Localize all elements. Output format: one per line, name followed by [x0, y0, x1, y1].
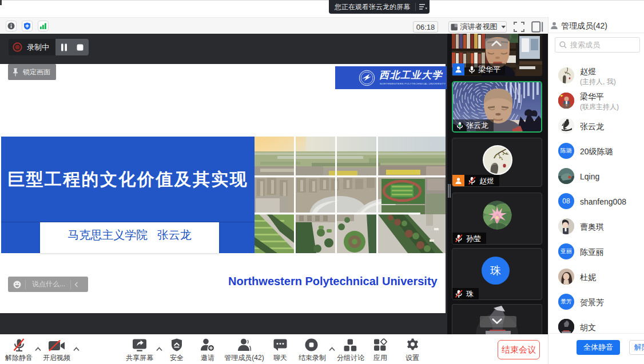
svg-text:西北工业大学: 西北工业大学 [379, 70, 443, 81]
svg-text:NORTHWESTERN POLYTECHNICAL U: NORTHWESTERN POLYTECHNICAL UNIVERSITY [380, 82, 446, 85]
